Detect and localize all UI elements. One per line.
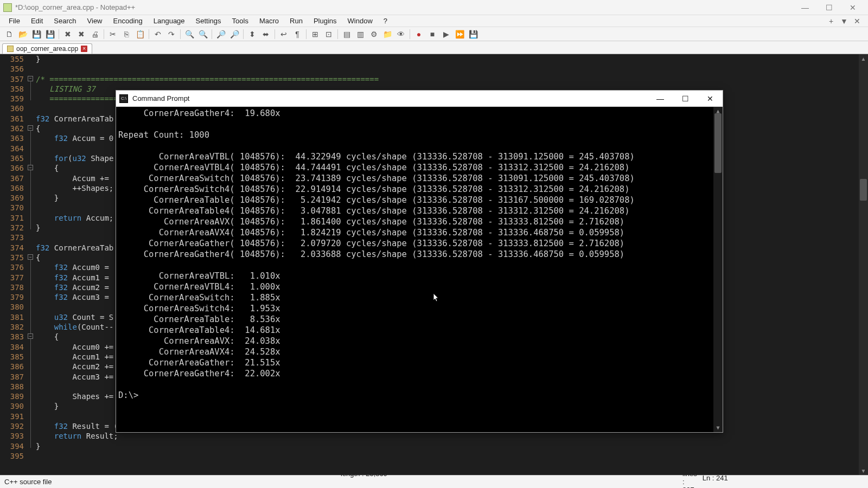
close-button[interactable]: ✕ bbox=[841, 0, 865, 15]
toolbar: 🗋 📂 💾 💾 ✖ ✖ 🖨 ✂ ⎘ 📋 ↶ ↷ 🔍 🔍 🔎 🔎 ⬍ ⬌ ↩ ¶ … bbox=[0, 27, 868, 41]
tab-file[interactable]: oop_corner_area.cpp × bbox=[2, 43, 92, 54]
tabbar: oop_corner_area.cpp × bbox=[0, 41, 868, 54]
menu-file[interactable]: File bbox=[3, 16, 25, 26]
menu-close-icon[interactable]: ✕ bbox=[852, 16, 863, 26]
minimize-button[interactable]: — bbox=[793, 0, 817, 15]
save-all-icon[interactable]: 💾 bbox=[44, 29, 56, 40]
zoom-out-icon[interactable]: 🔎 bbox=[228, 29, 240, 40]
app-icon bbox=[3, 3, 12, 12]
title-text: *D:\oop_corner_area.cpp - Notepad++ bbox=[15, 3, 135, 11]
close-all-icon[interactable]: ✖ bbox=[75, 29, 87, 40]
stop-icon[interactable]: ■ bbox=[426, 29, 438, 40]
cmd-icon: C:\ bbox=[119, 94, 128, 103]
undo-icon[interactable]: ↶ bbox=[152, 29, 164, 40]
open-file-icon[interactable]: 📂 bbox=[17, 29, 29, 40]
cmd-scrollbar[interactable]: ▲ ▼ bbox=[713, 107, 723, 432]
menu-search[interactable]: Search bbox=[48, 16, 81, 26]
file-type-icon bbox=[7, 46, 14, 52]
fold-column[interactable]: −−−−− bbox=[27, 54, 35, 475]
line-gutter: 355 356 357 358 359 360 361 362 363 364 … bbox=[0, 54, 27, 475]
zoom-in-icon[interactable]: 🔎 bbox=[215, 29, 227, 40]
menubar: File Edit Search View Encoding Language … bbox=[0, 15, 868, 27]
save-macro-icon[interactable]: 💾 bbox=[467, 29, 479, 40]
menu-edit[interactable]: Edit bbox=[25, 16, 48, 26]
tab-filename: oop_corner_area.cpp bbox=[16, 45, 78, 53]
menu-view[interactable]: View bbox=[82, 16, 108, 26]
folder-icon[interactable]: 📁 bbox=[381, 29, 393, 40]
dropdown-icon[interactable]: ▼ bbox=[839, 16, 850, 26]
cmd-titlebar[interactable]: C:\ Command Prompt — ☐ ✕ bbox=[116, 91, 723, 107]
scroll-up-icon[interactable]: ▲ bbox=[859, 54, 868, 63]
status-filetype: C++ source file bbox=[4, 476, 341, 488]
menu-macro[interactable]: Macro bbox=[254, 16, 284, 26]
menu-settings[interactable]: Settings bbox=[190, 16, 227, 26]
redo-icon[interactable]: ↷ bbox=[165, 29, 177, 40]
new-file-icon[interactable]: 🗋 bbox=[3, 29, 15, 40]
find-icon[interactable]: 🔍 bbox=[183, 29, 195, 40]
save-icon[interactable]: 💾 bbox=[30, 29, 42, 40]
wordwrap-icon[interactable]: ↩ bbox=[278, 29, 290, 40]
play-multi-icon[interactable]: ⏩ bbox=[454, 29, 465, 40]
indent-guide-icon[interactable]: ⊞ bbox=[309, 29, 321, 40]
paste-icon[interactable]: 📋 bbox=[134, 29, 146, 40]
cmd-maximize-button[interactable]: ☐ bbox=[673, 91, 698, 107]
statusbar: C++ source file length : 23,869 lines : … bbox=[0, 475, 868, 488]
menu-tools[interactable]: Tools bbox=[227, 16, 254, 26]
maximize-button[interactable]: ☐ bbox=[817, 0, 841, 15]
copy-icon[interactable]: ⎘ bbox=[120, 29, 132, 40]
cut-icon[interactable]: ✂ bbox=[107, 29, 119, 40]
menu-window[interactable]: Window bbox=[342, 16, 378, 26]
scrollbar-thumb[interactable] bbox=[860, 179, 867, 201]
cmd-minimize-button[interactable]: — bbox=[648, 91, 673, 107]
sync-v-icon[interactable]: ⬍ bbox=[246, 29, 258, 40]
titlebar: *D:\oop_corner_area.cpp - Notepad++ — ☐ … bbox=[0, 0, 868, 15]
menu-encoding[interactable]: Encoding bbox=[108, 16, 148, 26]
menu-plugins[interactable]: Plugins bbox=[308, 16, 342, 26]
replace-icon[interactable]: 🔍 bbox=[197, 29, 209, 40]
command-prompt-window: C:\ Command Prompt — ☐ ✕ CornerAreaGathe… bbox=[116, 90, 723, 433]
print-icon[interactable]: 🖨 bbox=[89, 29, 101, 40]
menu-run[interactable]: Run bbox=[284, 16, 308, 26]
tab-close-icon[interactable]: × bbox=[81, 46, 87, 52]
cmd-scroll-down-icon[interactable]: ▼ bbox=[713, 423, 723, 432]
cmd-scrollbar-thumb[interactable] bbox=[714, 113, 722, 173]
scroll-down-icon[interactable]: ▼ bbox=[859, 466, 868, 475]
close-file-icon[interactable]: ✖ bbox=[62, 29, 74, 40]
func-list-icon[interactable]: ⚙ bbox=[368, 29, 380, 40]
doc-list-icon[interactable]: ▥ bbox=[354, 29, 366, 40]
vertical-scrollbar[interactable]: ▲ ▼ bbox=[859, 54, 868, 475]
show-chars-icon[interactable]: ¶ bbox=[291, 29, 303, 40]
cmd-title-text: Command Prompt bbox=[132, 94, 189, 102]
menu-language[interactable]: Language bbox=[148, 16, 190, 26]
sync-h-icon[interactable]: ⬌ bbox=[260, 29, 272, 40]
menu-help[interactable]: ? bbox=[378, 16, 393, 26]
window-controls: — ☐ ✕ bbox=[793, 0, 865, 15]
monitor-icon[interactable]: 👁 bbox=[395, 29, 407, 40]
record-icon[interactable]: ● bbox=[413, 29, 425, 40]
fold-icon[interactable]: + bbox=[826, 16, 837, 26]
cmd-close-button[interactable]: ✕ bbox=[698, 91, 723, 107]
doc-map-icon[interactable]: ▤ bbox=[341, 29, 353, 40]
cmd-output[interactable]: CornerAreaGather4: 19.680x Repeat Count:… bbox=[116, 107, 723, 432]
lang-icon[interactable]: ⊡ bbox=[323, 29, 335, 40]
play-icon[interactable]: ▶ bbox=[440, 29, 452, 40]
